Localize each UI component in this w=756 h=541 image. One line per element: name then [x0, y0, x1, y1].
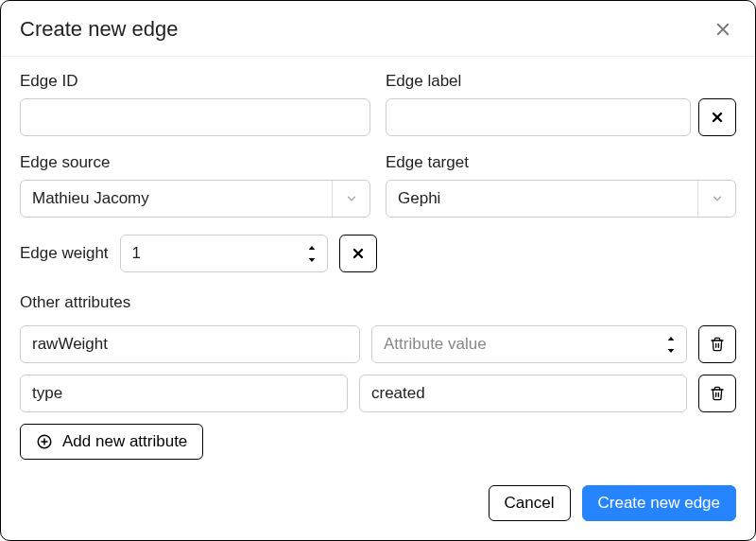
- delete-attribute-button[interactable]: [698, 325, 736, 363]
- attribute-value-input[interactable]: [359, 375, 687, 412]
- edge-id-label: Edge ID: [20, 72, 370, 91]
- close-button[interactable]: [710, 16, 736, 43]
- svg-marker-4: [308, 245, 315, 249]
- chevron-down-icon: [332, 181, 369, 217]
- cancel-button[interactable]: Cancel: [489, 485, 571, 521]
- x-icon: [710, 110, 725, 125]
- edge-label-label: Edge label: [386, 72, 736, 91]
- plus-circle-icon: [36, 433, 53, 450]
- edge-target-select[interactable]: Gephi: [386, 180, 736, 218]
- edge-source-field: Edge source Mathieu Jacomy: [20, 153, 370, 218]
- other-attributes-label: Other attributes: [20, 293, 736, 312]
- edge-label-input[interactable]: [386, 98, 691, 136]
- attribute-row: [20, 375, 736, 412]
- dialog-body: Edge ID Edge label Edge source Mathieu J…: [1, 57, 755, 472]
- weight-step-up[interactable]: [301, 241, 322, 253]
- attribute-name-input[interactable]: [20, 375, 348, 412]
- attr-stepper: [661, 332, 681, 357]
- trash-icon: [710, 386, 725, 401]
- close-icon: [714, 21, 731, 38]
- x-icon: [351, 246, 366, 261]
- svg-marker-8: [668, 336, 675, 340]
- edge-source-label: Edge source: [20, 153, 370, 172]
- attribute-row: [20, 325, 736, 363]
- edge-label-field: Edge label: [386, 72, 736, 136]
- edge-weight-field: Edge weight: [20, 235, 736, 272]
- add-attribute-button[interactable]: Add new attribute: [20, 424, 203, 460]
- clear-edge-weight-button[interactable]: [339, 235, 377, 272]
- create-edge-dialog: Create new edge Edge ID Edge label: [0, 0, 756, 541]
- edge-source-select[interactable]: Mathieu Jacomy: [20, 180, 370, 218]
- weight-stepper: [301, 241, 322, 266]
- edge-target-label: Edge target: [386, 153, 736, 172]
- attr-step-up[interactable]: [661, 332, 681, 344]
- edge-target-value: Gephi: [398, 189, 697, 208]
- trash-icon: [710, 337, 725, 352]
- edge-source-value: Mathieu Jacomy: [32, 189, 332, 208]
- attribute-name-input[interactable]: [20, 325, 360, 363]
- edge-id-input[interactable]: [20, 98, 370, 136]
- svg-marker-5: [308, 257, 315, 261]
- edge-target-field: Edge target Gephi: [386, 153, 736, 218]
- weight-step-down[interactable]: [301, 253, 322, 266]
- svg-marker-9: [668, 348, 675, 352]
- delete-attribute-button[interactable]: [698, 375, 736, 412]
- clear-edge-label-button[interactable]: [698, 98, 736, 136]
- chevron-down-icon: [697, 181, 735, 217]
- submit-button[interactable]: Create new edge: [582, 485, 736, 521]
- attr-step-down[interactable]: [661, 344, 681, 357]
- edge-id-field: Edge ID: [20, 72, 370, 136]
- edge-weight-input[interactable]: [120, 235, 328, 272]
- edge-weight-label: Edge weight: [20, 244, 109, 263]
- dialog-footer: Cancel Create new edge: [1, 472, 755, 540]
- attribute-value-input[interactable]: [371, 325, 687, 363]
- dialog-header: Create new edge: [1, 1, 755, 57]
- add-attribute-label: Add new attribute: [62, 432, 187, 451]
- dialog-title: Create new edge: [20, 17, 179, 42]
